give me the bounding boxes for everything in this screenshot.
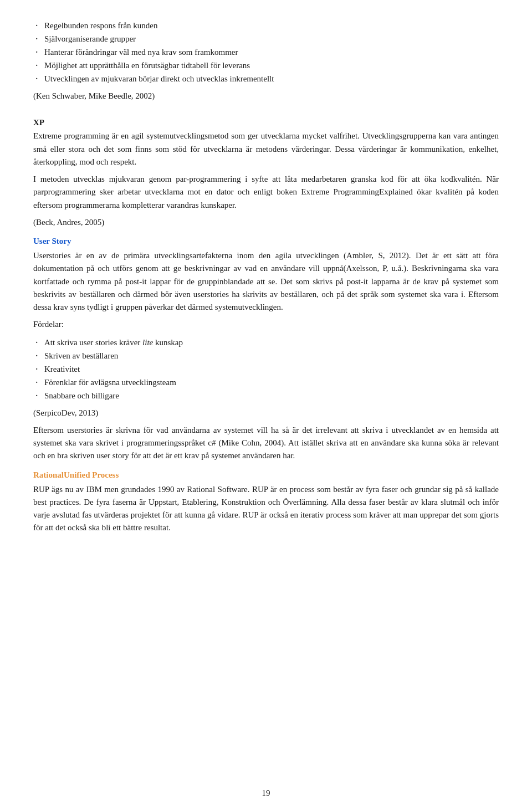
- intro-bullet-list: Regelbunden respons från kunden Självorg…: [33, 19, 499, 85]
- rup-heading: RationalUnified Process: [33, 470, 499, 480]
- user-story-paragraph2: Eftersom userstories är skrivna för vad …: [33, 424, 499, 463]
- us-bullet-1: Att skriva user stories kräver lite kuns…: [33, 336, 499, 349]
- user-story-fordelar-label: Fördelar:: [33, 318, 499, 331]
- us-bullet-5: Snabbare och billigare: [33, 389, 499, 402]
- italic-word: lite: [142, 338, 153, 347]
- xp-paragraph2: I metoden utvecklas mjukvaran genom par-…: [33, 173, 499, 212]
- bullet-item-4: Möjlighet att upprätthålla en förutsägba…: [33, 59, 499, 72]
- page-number: 19: [262, 788, 270, 798]
- us-bullet-2: Skriven av beställaren: [33, 349, 499, 362]
- page-container: Regelbunden respons från kunden Självorg…: [0, 0, 532, 809]
- user-story-bullet-list: Att skriva user stories kräver lite kuns…: [33, 336, 499, 402]
- user-story-paragraph1: Userstories är en av de primära utveckli…: [33, 249, 499, 314]
- user-story-heading: User Story: [33, 237, 499, 246]
- bullet-item-3: Hanterar förändringar väl med nya krav s…: [33, 45, 499, 59]
- user-story-citation: (SerpicoDev, 2013): [33, 407, 499, 419]
- us-bullet-4: Förenklar för avlägsna utvecklingsteam: [33, 376, 499, 389]
- bullet-item-2: Självorganiserande grupper: [33, 32, 499, 45]
- bullet-item-5: Utvecklingen av mjukvaran börjar direkt …: [33, 72, 499, 85]
- xp-heading: XP: [33, 118, 499, 127]
- us-bullet-3: Kreativitet: [33, 362, 499, 376]
- intro-citation: (Ken Schwaber, Mike Beedle, 2002): [33, 90, 499, 103]
- rup-paragraph: RUP ägs nu av IBM men grundades 1990 av …: [33, 483, 499, 535]
- bullet-item-1: Regelbunden respons från kunden: [33, 19, 499, 32]
- xp-paragraph1: Extreme programming är en agil systemutv…: [33, 130, 499, 168]
- xp-citation: (Beck, Andres, 2005): [33, 216, 499, 229]
